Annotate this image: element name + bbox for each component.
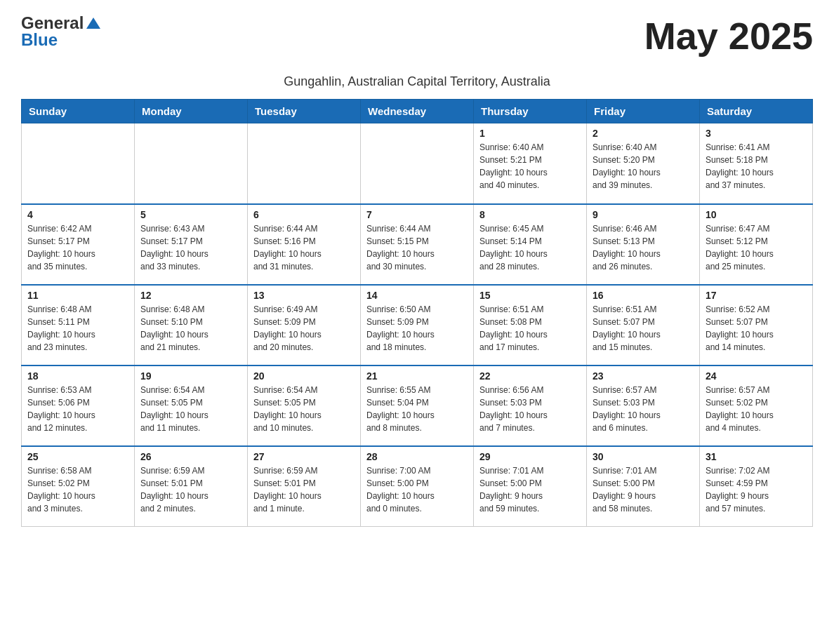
day-number: 22	[479, 370, 581, 382]
day-number: 13	[253, 290, 355, 301]
header-monday: Monday	[135, 100, 248, 123]
day-info: Sunrise: 6:48 AMSunset: 5:10 PMDaylight:…	[140, 303, 241, 354]
day-info: Sunrise: 6:46 AMSunset: 5:13 PMDaylight:…	[593, 222, 694, 273]
day-number: 31	[706, 451, 807, 462]
day-info: Sunrise: 7:00 AMSunset: 5:00 PMDaylight:…	[366, 464, 468, 515]
week-row-2: 4Sunrise: 6:42 AMSunset: 5:17 PMDaylight…	[22, 204, 813, 285]
svg-marker-0	[86, 18, 100, 29]
day-cell-24-3-6: 24Sunrise: 6:57 AMSunset: 5:02 PMDayligh…	[700, 365, 813, 446]
calendar-header-row: SundayMondayTuesdayWednesdayThursdayFrid…	[22, 100, 813, 123]
day-info: Sunrise: 6:48 AMSunset: 5:11 PMDaylight:…	[27, 303, 128, 354]
page-header: General Blue May 2025	[21, 14, 813, 58]
day-info: Sunrise: 6:56 AMSunset: 5:03 PMDaylight:…	[479, 384, 581, 434]
day-info: Sunrise: 6:40 AMSunset: 5:20 PMDaylight:…	[593, 141, 694, 192]
day-info: Sunrise: 6:59 AMSunset: 5:01 PMDaylight:…	[140, 464, 241, 515]
day-number: 26	[140, 451, 241, 462]
day-number: 20	[253, 370, 355, 382]
day-cell-4-1-0: 4Sunrise: 6:42 AMSunset: 5:17 PMDaylight…	[22, 204, 135, 285]
logo-triangle-icon	[86, 16, 101, 32]
day-cell-13-2-2: 13Sunrise: 6:49 AMSunset: 5:09 PMDayligh…	[248, 285, 361, 365]
day-cell-12-2-1: 12Sunrise: 6:48 AMSunset: 5:10 PMDayligh…	[135, 285, 248, 365]
day-number: 27	[253, 451, 355, 462]
day-number: 29	[479, 451, 581, 462]
day-info: Sunrise: 7:01 AMSunset: 5:00 PMDaylight:…	[593, 464, 694, 515]
day-number: 23	[593, 370, 694, 382]
day-cell-20-3-2: 20Sunrise: 6:54 AMSunset: 5:05 PMDayligh…	[248, 365, 361, 446]
day-info: Sunrise: 7:01 AMSunset: 5:00 PMDaylight:…	[479, 464, 581, 515]
day-info: Sunrise: 6:58 AMSunset: 5:02 PMDaylight:…	[27, 464, 128, 515]
day-cell-empty-0-1	[135, 123, 248, 204]
day-info: Sunrise: 6:51 AMSunset: 5:07 PMDaylight:…	[593, 303, 694, 354]
day-info: Sunrise: 6:57 AMSunset: 5:02 PMDaylight:…	[706, 384, 807, 434]
day-number: 11	[27, 290, 128, 301]
day-cell-29-4-4: 29Sunrise: 7:01 AMSunset: 5:00 PMDayligh…	[474, 446, 587, 527]
day-info: Sunrise: 6:54 AMSunset: 5:05 PMDaylight:…	[140, 384, 241, 434]
day-info: Sunrise: 7:02 AMSunset: 4:59 PMDaylight:…	[706, 464, 807, 515]
day-cell-16-2-5: 16Sunrise: 6:51 AMSunset: 5:07 PMDayligh…	[587, 285, 700, 365]
day-info: Sunrise: 6:40 AMSunset: 5:21 PMDaylight:…	[479, 141, 581, 192]
day-number: 14	[366, 290, 468, 301]
day-cell-7-1-3: 7Sunrise: 6:44 AMSunset: 5:15 PMDaylight…	[361, 204, 474, 285]
day-number: 17	[706, 290, 807, 301]
day-cell-25-4-0: 25Sunrise: 6:58 AMSunset: 5:02 PMDayligh…	[22, 446, 135, 527]
day-info: Sunrise: 6:54 AMSunset: 5:05 PMDaylight:…	[253, 384, 355, 434]
header-friday: Friday	[587, 100, 700, 123]
day-info: Sunrise: 6:57 AMSunset: 5:03 PMDaylight:…	[593, 384, 694, 434]
day-number: 1	[479, 128, 581, 139]
day-number: 3	[706, 128, 807, 139]
week-row-1: 1Sunrise: 6:40 AMSunset: 5:21 PMDaylight…	[22, 123, 813, 204]
calendar-table: SundayMondayTuesdayWednesdayThursdayFrid…	[21, 99, 813, 527]
header-sunday: Sunday	[22, 100, 135, 123]
day-number: 8	[479, 209, 581, 220]
day-number: 6	[253, 209, 355, 220]
day-number: 12	[140, 290, 241, 301]
day-number: 10	[706, 209, 807, 220]
day-cell-14-2-3: 14Sunrise: 6:50 AMSunset: 5:09 PMDayligh…	[361, 285, 474, 365]
day-cell-22-3-4: 22Sunrise: 6:56 AMSunset: 5:03 PMDayligh…	[474, 365, 587, 446]
week-row-5: 25Sunrise: 6:58 AMSunset: 5:02 PMDayligh…	[22, 446, 813, 527]
day-info: Sunrise: 6:44 AMSunset: 5:15 PMDaylight:…	[366, 222, 468, 273]
header-tuesday: Tuesday	[248, 100, 361, 123]
day-number: 16	[593, 290, 694, 301]
day-number: 18	[27, 370, 128, 382]
day-info: Sunrise: 6:45 AMSunset: 5:14 PMDaylight:…	[479, 222, 581, 273]
day-cell-21-3-3: 21Sunrise: 6:55 AMSunset: 5:04 PMDayligh…	[361, 365, 474, 446]
day-cell-11-2-0: 11Sunrise: 6:48 AMSunset: 5:11 PMDayligh…	[22, 285, 135, 365]
header-saturday: Saturday	[700, 100, 813, 123]
day-number: 5	[140, 209, 241, 220]
day-info: Sunrise: 6:51 AMSunset: 5:08 PMDaylight:…	[479, 303, 581, 354]
subtitle: Gungahlin, Australian Capital Territory,…	[21, 74, 813, 89]
day-number: 7	[366, 209, 468, 220]
day-cell-19-3-1: 19Sunrise: 6:54 AMSunset: 5:05 PMDayligh…	[135, 365, 248, 446]
day-number: 28	[366, 451, 468, 462]
header-thursday: Thursday	[474, 100, 587, 123]
day-number: 2	[593, 128, 694, 139]
week-row-3: 11Sunrise: 6:48 AMSunset: 5:11 PMDayligh…	[22, 285, 813, 365]
day-info: Sunrise: 6:49 AMSunset: 5:09 PMDaylight:…	[253, 303, 355, 354]
day-cell-30-4-5: 30Sunrise: 7:01 AMSunset: 5:00 PMDayligh…	[587, 446, 700, 527]
day-number: 4	[27, 209, 128, 220]
logo-blue-text: Blue	[21, 31, 101, 49]
day-cell-empty-0-0	[22, 123, 135, 204]
day-number: 15	[479, 290, 581, 301]
day-cell-26-4-1: 26Sunrise: 6:59 AMSunset: 5:01 PMDayligh…	[135, 446, 248, 527]
day-info: Sunrise: 6:41 AMSunset: 5:18 PMDaylight:…	[706, 141, 807, 192]
day-cell-28-4-3: 28Sunrise: 7:00 AMSunset: 5:00 PMDayligh…	[361, 446, 474, 527]
day-cell-5-1-1: 5Sunrise: 6:43 AMSunset: 5:17 PMDaylight…	[135, 204, 248, 285]
day-cell-17-2-6: 17Sunrise: 6:52 AMSunset: 5:07 PMDayligh…	[700, 285, 813, 365]
day-info: Sunrise: 6:43 AMSunset: 5:17 PMDaylight:…	[140, 222, 241, 273]
day-cell-3-0-6: 3Sunrise: 6:41 AMSunset: 5:18 PMDaylight…	[700, 123, 813, 204]
day-info: Sunrise: 6:44 AMSunset: 5:16 PMDaylight:…	[253, 222, 355, 273]
header-wednesday: Wednesday	[361, 100, 474, 123]
day-number: 25	[27, 451, 128, 462]
day-cell-15-2-4: 15Sunrise: 6:51 AMSunset: 5:08 PMDayligh…	[474, 285, 587, 365]
day-info: Sunrise: 6:42 AMSunset: 5:17 PMDaylight:…	[27, 222, 128, 273]
day-info: Sunrise: 6:53 AMSunset: 5:06 PMDaylight:…	[27, 384, 128, 434]
day-info: Sunrise: 6:50 AMSunset: 5:09 PMDaylight:…	[366, 303, 468, 354]
day-number: 24	[706, 370, 807, 382]
day-number: 30	[593, 451, 694, 462]
day-cell-empty-0-2	[248, 123, 361, 204]
month-title: May 2025	[644, 14, 813, 58]
day-info: Sunrise: 6:59 AMSunset: 5:01 PMDaylight:…	[253, 464, 355, 515]
day-cell-31-4-6: 31Sunrise: 7:02 AMSunset: 4:59 PMDayligh…	[700, 446, 813, 527]
